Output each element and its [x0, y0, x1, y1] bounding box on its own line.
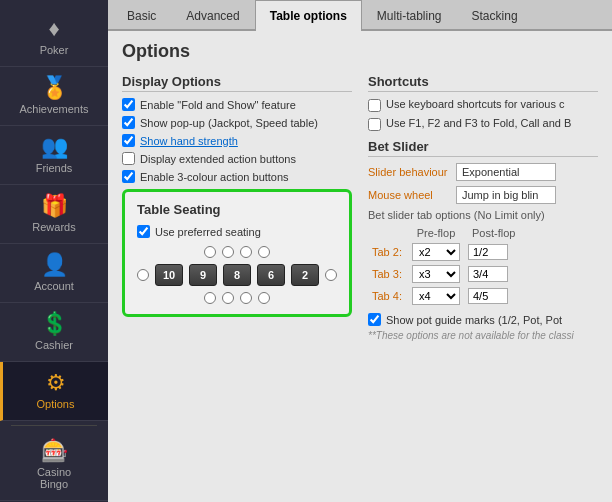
- tab3-label: Tab 3:: [368, 263, 408, 285]
- seat-grid: 10 9 8 6 2: [137, 246, 337, 304]
- tab2-preflop-cell: x2x3x4: [408, 241, 464, 263]
- tab-multi-tabling[interactable]: Multi-tabling: [362, 0, 457, 31]
- sidebar-item-poker[interactable]: ♦ Poker: [0, 8, 108, 67]
- sidebar-item-friends[interactable]: 👥 Friends: [0, 126, 108, 185]
- shortcut-f1-row: Use F1, F2 and F3 to Fold, Call and B: [368, 117, 598, 131]
- tab2-preflop-select[interactable]: x2x3x4: [412, 243, 460, 261]
- seat-btn-9[interactable]: 9: [189, 264, 217, 286]
- fold-show-checkbox[interactable]: [122, 98, 135, 111]
- tab3-postflop-input[interactable]: [468, 266, 508, 282]
- tab-options-title: Bet slider tab options (No Limit only): [368, 209, 598, 221]
- option-fold-show: Enable "Fold and Show" feature: [122, 98, 352, 111]
- sidebar-item-achievements[interactable]: 🏅 Achievements: [0, 67, 108, 126]
- use-preferred-row: Use preferred seating: [137, 225, 337, 238]
- kb-shortcuts-checkbox[interactable]: [368, 99, 381, 112]
- sidebar: ♦ Poker 🏅 Achievements 👥 Friends 🎁 Rewar…: [0, 0, 108, 502]
- bet-slider-section: Bet Slider Slider behaviour Exponential …: [368, 139, 598, 341]
- sidebar-item-rewards[interactable]: 🎁 Rewards: [0, 185, 108, 244]
- tab3-preflop-cell: x2x3x4: [408, 263, 464, 285]
- mouse-wheel-row: Mouse wheel Jump in big blin: [368, 186, 598, 204]
- seat-radio-right[interactable]: [325, 269, 337, 281]
- page-title: Options: [122, 41, 598, 62]
- right-column: Shortcuts Use keyboard shortcuts for var…: [368, 74, 598, 341]
- pot-guide-checkbox[interactable]: [368, 313, 381, 326]
- extended-action-label: Display extended action buttons: [140, 153, 296, 165]
- tab-options-table: Pre-flop Post-flop Tab 2: x2x3x4: [368, 225, 523, 307]
- popup-checkbox[interactable]: [122, 116, 135, 129]
- tab-basic[interactable]: Basic: [112, 0, 171, 31]
- achievements-icon: 🏅: [41, 77, 68, 99]
- tab2-postflop-input[interactable]: [468, 244, 508, 260]
- seat-radio-left[interactable]: [137, 269, 149, 281]
- tab2-postflop-cell: [464, 241, 523, 263]
- tab4-postflop-input[interactable]: [468, 288, 508, 304]
- extended-action-checkbox[interactable]: [122, 152, 135, 165]
- sidebar-item-label: Poker: [40, 44, 69, 56]
- poker-icon: ♦: [48, 18, 59, 40]
- display-options-title: Display Options: [122, 74, 352, 92]
- sidebar-divider: [11, 425, 97, 426]
- seat-radio-top-2[interactable]: [222, 246, 234, 258]
- bet-slider-title: Bet Slider: [368, 139, 598, 157]
- pot-guide-label: Show pot guide marks (1/2, Pot, Pot: [386, 314, 562, 326]
- mouse-wheel-label: Mouse wheel: [368, 189, 448, 201]
- seat-radio-bottom-1[interactable]: [204, 292, 216, 304]
- seat-radio-bottom-4[interactable]: [258, 292, 270, 304]
- sidebar-item-label: Cashier: [35, 339, 73, 351]
- seat-btn-2[interactable]: 2: [291, 264, 319, 286]
- option-three-colour: Enable 3-colour action buttons: [122, 170, 352, 183]
- sidebar-item-casino-bingo[interactable]: 🎰 CasinoBingo: [0, 430, 108, 501]
- use-preferred-label: Use preferred seating: [155, 226, 261, 238]
- mouse-wheel-value: Jump in big blin: [456, 186, 556, 204]
- tab4-preflop-cell: x2x3x4: [408, 285, 464, 307]
- options-icon: ⚙: [46, 372, 66, 394]
- f1-checkbox[interactable]: [368, 118, 381, 131]
- account-icon: 👤: [41, 254, 68, 276]
- seating-title: Table Seating: [137, 202, 337, 217]
- use-preferred-checkbox[interactable]: [137, 225, 150, 238]
- option-popup: Show pop-up (Jackpot, Speed table): [122, 116, 352, 129]
- sidebar-item-label: Friends: [36, 162, 73, 174]
- tab4-preflop-select[interactable]: x2x3x4: [412, 287, 460, 305]
- tab3-postflop-cell: [464, 263, 523, 285]
- shortcut-kb-row: Use keyboard shortcuts for various c: [368, 98, 598, 112]
- seat-row-top: [204, 246, 270, 258]
- tab-stacking[interactable]: Stacking: [457, 0, 533, 31]
- seat-row-bottom: [204, 292, 270, 304]
- seat-btn-6[interactable]: 6: [257, 264, 285, 286]
- col-header-empty: [368, 225, 408, 241]
- tab-advanced[interactable]: Advanced: [171, 0, 254, 31]
- seat-radio-top-3[interactable]: [240, 246, 252, 258]
- seat-row-middle: 10 9 8 6 2: [137, 264, 337, 286]
- seat-radio-top-4[interactable]: [258, 246, 270, 258]
- sidebar-item-label: Account: [34, 280, 74, 292]
- kb-shortcuts-label: Use keyboard shortcuts for various c: [386, 98, 565, 110]
- seat-btn-8[interactable]: 8: [223, 264, 251, 286]
- hand-strength-checkbox[interactable]: [122, 134, 135, 147]
- seat-radio-bottom-2[interactable]: [222, 292, 234, 304]
- two-column-layout: Display Options Enable "Fold and Show" f…: [122, 74, 598, 341]
- left-column: Display Options Enable "Fold and Show" f…: [122, 74, 352, 341]
- tab-table-options[interactable]: Table options: [255, 0, 362, 31]
- seat-radio-top-1[interactable]: [204, 246, 216, 258]
- tab-row-2: Tab 2: x2x3x4: [368, 241, 523, 263]
- tab-row-3: Tab 3: x2x3x4: [368, 263, 523, 285]
- hand-strength-label: Show hand strength: [140, 135, 238, 147]
- main-content: Basic Advanced Table options Multi-tabli…: [108, 0, 612, 502]
- sidebar-item-cashier[interactable]: 💲 Cashier: [0, 303, 108, 362]
- sidebar-item-account[interactable]: 👤 Account: [0, 244, 108, 303]
- sidebar-item-label: Achievements: [19, 103, 88, 115]
- cashier-icon: 💲: [41, 313, 68, 335]
- three-colour-checkbox[interactable]: [122, 170, 135, 183]
- seat-radio-bottom-3[interactable]: [240, 292, 252, 304]
- tab-row-4: Tab 4: x2x3x4: [368, 285, 523, 307]
- tab3-preflop-select[interactable]: x2x3x4: [412, 265, 460, 283]
- options-content: Options Display Options Enable "Fold and…: [108, 31, 612, 502]
- friends-icon: 👥: [41, 136, 68, 158]
- shortcuts-title: Shortcuts: [368, 74, 598, 92]
- casino-icon: 🎰: [41, 440, 68, 462]
- option-extended-action: Display extended action buttons: [122, 152, 352, 165]
- seat-btn-10[interactable]: 10: [155, 264, 183, 286]
- sidebar-item-label: Options: [37, 398, 75, 410]
- sidebar-item-options[interactable]: ⚙ Options: [0, 362, 108, 421]
